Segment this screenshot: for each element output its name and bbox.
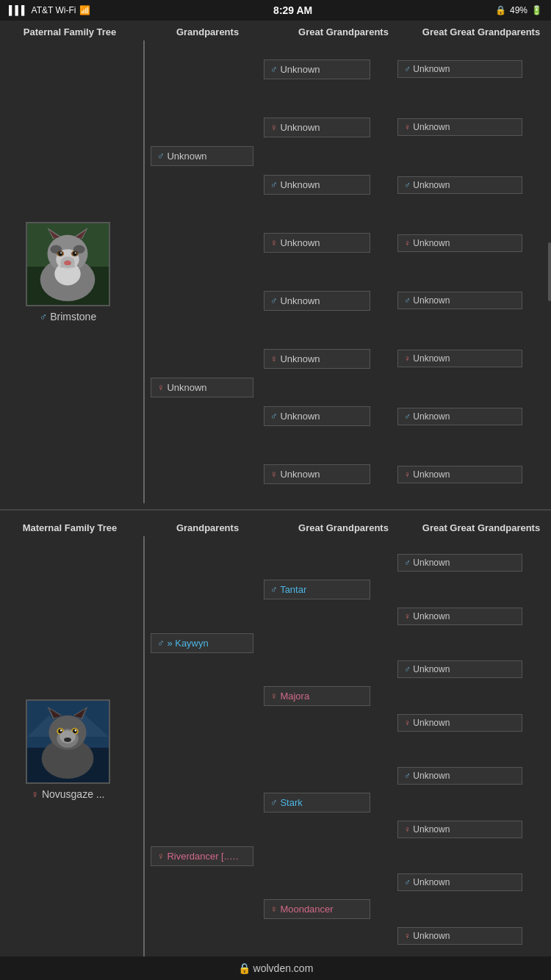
svg-point-18 [64,260,71,265]
paternal-ggp-female-2[interactable]: ♀ Unknown [264,233,370,253]
svg-point-41 [64,738,71,742]
paternal-ggp-2: ♀ Unknown [261,98,393,156]
paternal-gggp-3: ♂ Unknown [397,156,543,215]
paternal-ggp-col: ♂ Unknown ♀ Unknown ♂ Unknown ♀ Unknown … [261,40,393,503]
maternal-gggp-m3[interactable]: ♂ Unknown [397,767,522,785]
svg-rect-21 [60,264,75,267]
paternal-ggp-male-3[interactable]: ♂ Unknown [264,291,370,311]
paternal-col1-header: Paternal Family Tree [0,26,140,37]
paternal-gggp-f4[interactable]: ♀ Unknown [397,466,522,483]
paternal-gggp-m1[interactable]: ♂ Unknown [397,60,522,78]
maternal-subject-image[interactable] [26,699,110,784]
maternal-wolf-svg [27,700,109,783]
maternal-gggp-f3[interactable]: ♀ Unknown [397,821,522,838]
paternal-gggp-4: ♀ Unknown [397,214,543,272]
battery-percent: 49% [510,5,527,15]
paternal-gggp-f1[interactable]: ♀ Unknown [397,118,522,136]
maternal-gggp-m4[interactable]: ♂ Unknown [397,873,522,891]
paternal-gggp-f3[interactable]: ♀ Unknown [397,350,522,367]
maternal-gggp-1: ♂ Unknown [397,536,543,590]
wifi-icon: 📶 [79,5,90,15]
maternal-gp-female[interactable]: ♀ Riverdancer [..… [151,846,253,866]
maternal-ggp-majora[interactable]: ♀ Majora [264,686,370,706]
maternal-gggp-5: ♂ Unknown [397,749,543,803]
paternal-ggp-female-1[interactable]: ♀ Unknown [264,118,370,137]
maternal-col2-header: Grandparents [140,522,276,533]
paternal-ggp-5: ♂ Unknown [261,272,393,330]
maternal-ggp-2: ♀ Majora [261,643,393,749]
svg-point-19 [50,245,62,253]
maternal-gggp-f1[interactable]: ♀ Unknown [397,608,522,625]
paternal-gggp-m2[interactable]: ♂ Unknown [397,176,522,194]
maternal-section-header: Maternal Family Tree Grandparents Great … [0,516,551,536]
paternal-tree: ♂ Brimstone ♂ Unknown ♀ Unknown ♂ Unknow… [0,40,551,503]
maternal-avatar-col: ♀ Novusgaze ... [0,536,136,962]
maternal-gp-female-container: ♀ Riverdancer [..… [143,749,261,962]
maternal-gggp-f2[interactable]: ♀ Unknown [397,714,522,732]
paternal-avatar-col: ♂ Brimstone [0,40,136,503]
paternal-ggp-7: ♂ Unknown [261,388,393,446]
svg-point-20 [73,245,85,253]
section-divider [0,509,551,511]
paternal-ggp-1: ♂ Unknown [261,40,393,98]
paternal-gggp-1: ♂ Unknown [397,40,543,98]
maternal-gggp-4: ♀ Unknown [397,696,543,750]
maternal-gggp-m2[interactable]: ♂ Unknown [397,660,522,678]
paternal-gggp-m3[interactable]: ♂ Unknown [397,292,522,309]
paternal-gggp-f2[interactable]: ♀ Unknown [397,234,522,252]
signal-icon: ▌▌▌ [9,5,28,15]
paternal-ggp-male-1[interactable]: ♂ Unknown [264,60,370,79]
paternal-col3-header: Great Grandparents [276,26,411,37]
paternal-ggp-male-2[interactable]: ♂ Unknown [264,175,370,195]
maternal-gggp-8: ♀ Unknown [397,909,543,963]
svg-point-38 [75,729,76,731]
paternal-wolf-svg [27,223,109,306]
status-bar: ▌▌▌ AT&T Wi-Fi 📶 8:29 AM 🔒 49% 🔋 [0,0,551,21]
paternal-subject-name[interactable]: ♂ Brimstone [40,311,96,323]
bottom-bar: 🔒 wolvden.com [0,956,551,980]
maternal-col3-header: Great Grandparents [276,522,411,533]
maternal-gp-male[interactable]: ♂ » Kaywyn [151,633,253,653]
maternal-ggp-stark[interactable]: ♂ Stark [264,793,370,813]
paternal-ggp-female-4[interactable]: ♀ Unknown [264,464,370,484]
bottom-url: wolvden.com [253,962,314,974]
maternal-gp-male-container: ♂ » Kaywyn [143,536,261,749]
lock-icon: 🔒 [495,5,506,15]
maternal-ggp-4: ♀ Moondancer [261,856,393,962]
paternal-subject-card[interactable]: ♂ Brimstone [26,222,110,323]
paternal-gp-female[interactable]: ♀ Unknown [151,378,253,397]
maternal-gggp-6: ♀ Unknown [397,803,543,857]
paternal-gggp-5: ♂ Unknown [397,272,543,330]
paternal-gp-male-container: ♂ Unknown [143,40,261,272]
maternal-col4-header: Great Great Grandparents [411,522,551,533]
scrollbar[interactable] [548,242,551,301]
maternal-ggp-1: ♂ Tantar [261,536,393,643]
paternal-gp-col: ♂ Unknown ♀ Unknown [136,40,261,503]
paternal-gp-male[interactable]: ♂ Unknown [151,146,253,166]
maternal-gggp-2: ♀ Unknown [397,590,543,644]
maternal-gender-symbol: ♀ [32,788,40,800]
battery-icon: 🔋 [531,5,542,15]
paternal-ggp-female-3[interactable]: ♀ Unknown [264,349,370,369]
paternal-ggp-3: ♂ Unknown [261,156,393,215]
maternal-gp-col: ♂ » Kaywyn ♀ Riverdancer [..… [136,536,261,962]
maternal-gggp-f4[interactable]: ♀ Unknown [397,927,522,945]
paternal-gggp-2: ♀ Unknown [397,98,543,156]
paternal-subject-image[interactable] [26,222,110,306]
paternal-col2-header: Grandparents [140,26,276,37]
maternal-gggp-col: ♂ Unknown ♀ Unknown ♂ Unknown ♀ Unknown … [393,536,547,962]
maternal-subject-card[interactable]: ♀ Novusgaze ... [26,699,110,800]
maternal-subject-name[interactable]: ♀ Novusgaze ... [32,788,105,800]
status-time: 8:29 AM [273,4,312,16]
maternal-ggp-tantar[interactable]: ♂ Tantar [264,580,370,599]
maternal-tree: ♀ Novusgaze ... ♂ » Kaywyn ♀ Riverdancer… [0,536,551,962]
paternal-section-header: Paternal Family Tree Grandparents Great … [0,21,551,40]
paternal-gggp-m4[interactable]: ♂ Unknown [397,408,522,425]
paternal-ggp-8: ♀ Unknown [261,445,393,503]
maternal-gggp-m1[interactable]: ♂ Unknown [397,554,522,572]
status-left: ▌▌▌ AT&T Wi-Fi 📶 [9,5,90,15]
paternal-ggp-male-4[interactable]: ♂ Unknown [264,406,370,426]
maternal-ggp-col: ♂ Tantar ♀ Majora ♂ Stark ♀ Moondancer [261,536,393,962]
maternal-ggp-moondancer[interactable]: ♀ Moondancer [264,899,370,919]
maternal-gggp-3: ♂ Unknown [397,643,543,696]
